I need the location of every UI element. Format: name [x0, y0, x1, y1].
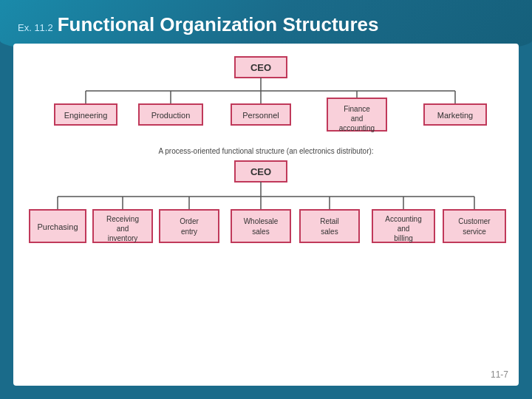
svg-text:and: and: [398, 225, 410, 233]
svg-text:Order: Order: [180, 217, 199, 225]
bottom-org-chart: CEO Purchasing Receiving and inventory: [27, 158, 517, 265]
svg-text:Wholesale: Wholesale: [244, 217, 279, 225]
svg-text:sales: sales: [321, 228, 338, 236]
exhibit-prefix: Ex. 11.2: [18, 22, 53, 33]
svg-text:entry: entry: [181, 228, 197, 236]
caption-text: A process-oriented functional structure …: [27, 147, 505, 155]
header: Ex. 11.2 Functional Organization Structu…: [0, 0, 532, 42]
svg-text:CEO: CEO: [250, 166, 271, 177]
svg-text:Retail: Retail: [320, 217, 339, 225]
svg-text:Marketing: Marketing: [437, 111, 473, 120]
page-number: 11-7: [491, 369, 508, 380]
svg-rect-38: [160, 210, 219, 242]
svg-text:service: service: [463, 228, 486, 236]
top-org-chart: CEO Engineering Production Pe: [27, 54, 517, 143]
svg-text:Finance: Finance: [344, 105, 370, 113]
svg-text:inventory: inventory: [108, 234, 138, 242]
svg-text:Personnel: Personnel: [242, 111, 279, 120]
slide-title: Functional Organization Structures: [58, 13, 379, 36]
svg-text:accounting: accounting: [339, 124, 375, 132]
svg-text:Receiving: Receiving: [106, 215, 139, 223]
svg-text:Customer: Customer: [458, 217, 491, 225]
slide: Ex. 11.2 Functional Organization Structu…: [0, 0, 532, 399]
svg-text:Engineering: Engineering: [64, 111, 108, 120]
svg-rect-44: [300, 210, 359, 242]
svg-text:Production: Production: [151, 111, 191, 120]
svg-text:Purchasing: Purchasing: [37, 222, 78, 231]
content-area: CEO Engineering Production Pe: [13, 44, 519, 386]
svg-rect-41: [231, 210, 290, 242]
svg-text:billing: billing: [394, 234, 413, 242]
svg-text:and: and: [351, 115, 364, 123]
svg-text:CEO: CEO: [250, 62, 271, 73]
svg-rect-51: [443, 210, 505, 242]
svg-text:Accounting: Accounting: [385, 215, 421, 223]
svg-text:and: and: [117, 225, 129, 233]
svg-text:sales: sales: [252, 228, 269, 236]
